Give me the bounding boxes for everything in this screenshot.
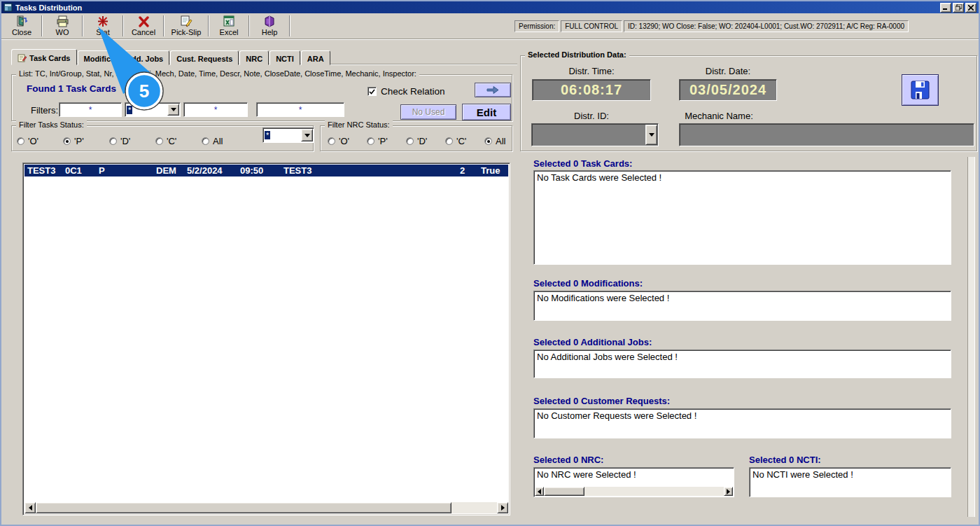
permission-value: FULL CONTROL (561, 20, 622, 32)
toolbar-separator (248, 15, 250, 36)
tab-ara[interactable]: ARA (301, 50, 330, 65)
wo-button[interactable]: WO (45, 15, 80, 37)
scroll-left-icon[interactable] (24, 502, 36, 513)
task-cards-listbox[interactable]: No Task Cards were Selected ! (533, 170, 951, 265)
save-button[interactable] (902, 74, 939, 106)
ncti-section-header: Selected 0 NCTI: (749, 455, 821, 465)
distr-date-value: 03/05/2024 (679, 79, 777, 101)
scrollbar-thumb[interactable] (544, 487, 584, 496)
mechanic-name-field[interactable] (679, 123, 974, 146)
distr-date-label: Distr. Date: (665, 66, 791, 76)
nrc-listbox[interactable]: No NRC were Selected ! (533, 467, 734, 497)
check-relation-checkbox[interactable] (368, 87, 377, 96)
ncti-listbox[interactable]: No NCTI were Selected ! (749, 467, 951, 497)
distr-time-value: 06:08:17 (532, 79, 651, 101)
distr-id-label: Distr. ID: (532, 111, 651, 121)
minimize-icon (943, 5, 948, 10)
help-button[interactable]: Help (252, 15, 287, 37)
right-arrow-icon (486, 86, 499, 94)
printer-icon (56, 15, 69, 27)
task-cards-section-header: Selected 0 Task Cards: (533, 158, 632, 169)
annotation-step-number: 5 (139, 81, 149, 102)
task-list-hscrollbar[interactable] (24, 502, 508, 513)
window-title: Tasks Distribution (15, 4, 939, 12)
app-window: Tasks Distribution Close WO Stat Canc (0, 0, 980, 526)
additional-jobs-section-header: Selected 0 Additional Jobs: (533, 337, 652, 347)
filter-input-3[interactable] (183, 102, 248, 117)
restore-icon (955, 4, 962, 11)
status-combo[interactable]: * (262, 127, 314, 143)
chevron-down-icon[interactable] (301, 129, 313, 141)
chevron-down-icon[interactable] (645, 125, 657, 145)
minimize-button[interactable] (940, 3, 951, 13)
no-used-button: No Used (400, 104, 456, 120)
tab-nrc[interactable]: NRC (239, 50, 269, 65)
exit-door-icon (15, 15, 28, 27)
task-list[interactable]: TEST3 0C1 P DEM 5/2/2024 09:50 TEST3 2 T… (22, 162, 510, 515)
tab-cust-requests[interactable]: Cust. Requests (170, 50, 239, 65)
modifications-listbox[interactable]: No Modifications were Selected ! (533, 291, 951, 321)
scroll-right-icon[interactable] (497, 502, 508, 513)
permission-label: Permission: (514, 20, 559, 32)
tasks-status-radio-d[interactable] (109, 137, 117, 145)
nrc-status-radio-p[interactable] (367, 137, 374, 145)
tasks-status-radio-c[interactable] (155, 137, 163, 145)
check-relation-label: Check Relation (381, 86, 445, 97)
restore-button[interactable] (953, 3, 964, 13)
nrc-status-radio-c[interactable] (445, 137, 453, 145)
distr-id-combo[interactable] (531, 123, 659, 146)
scrollbar-thumb[interactable] (36, 502, 451, 513)
distribution-legend: Selected Distribution Data: (525, 50, 629, 59)
additional-jobs-listbox[interactable]: No Additional Jobs were Selected ! (533, 349, 951, 378)
title-bar: Tasks Distribution (1, 1, 979, 13)
tab-task-cards[interactable]: Task Cards (11, 49, 77, 65)
excel-icon (223, 15, 235, 27)
tasks-status-radio-o[interactable] (17, 137, 24, 145)
right-edge-strip (967, 157, 975, 517)
help-book-icon (263, 15, 276, 27)
nrc-section-header: Selected 0 NRC: (533, 455, 603, 465)
task-row-selected[interactable]: TEST3 0C1 P DEM 5/2/2024 09:50 TEST3 2 T… (24, 165, 508, 177)
checkmark-icon (369, 89, 375, 95)
session-info: ID: 13290; WO Close: False; WO: 202404-L… (624, 20, 909, 32)
toolbar-separator (289, 15, 290, 36)
customer-requests-section-header: Selected 0 Customer Requests: (533, 396, 670, 406)
pick-slip-document-icon (180, 15, 192, 27)
customer-requests-listbox[interactable]: No Customer Requests were Selected ! (533, 408, 951, 438)
mechanic-name-label: Mechanic Name: (652, 111, 785, 121)
nrc-status-radio-all[interactable] (484, 137, 492, 145)
scroll-left-icon[interactable] (535, 487, 544, 496)
tasks-status-radio-all[interactable] (202, 137, 209, 145)
filters-label: Filters: (31, 105, 58, 116)
nrc-status-radio-o[interactable] (328, 137, 335, 145)
modifications-section-header: Selected 0 Modifications: (533, 278, 643, 289)
annotation-step-arrow: 5 (78, 21, 180, 113)
tab-ncti[interactable]: NCTI (270, 50, 300, 65)
distr-time-label: Distr. Time: (532, 66, 651, 76)
excel-button[interactable]: Excel (211, 15, 246, 37)
permission-bar: Permission: FULL CONTROL ID: 13290; WO C… (514, 20, 909, 32)
save-floppy-icon (911, 81, 930, 99)
filter-input-4[interactable] (256, 102, 344, 117)
edit-button[interactable]: Edit (462, 104, 511, 120)
scroll-right-icon[interactable] (724, 487, 733, 496)
close-icon (968, 5, 974, 11)
app-icon (4, 3, 13, 12)
close-button[interactable]: Close (4, 15, 39, 37)
nrc-hscrollbar[interactable] (535, 487, 733, 496)
nrc-status-radio-d[interactable] (406, 137, 414, 145)
list-group-legend: List: TC, Int/Group, Stat, Nr, Status, R… (16, 69, 419, 78)
close-window-button[interactable] (965, 3, 976, 13)
task-cards-tab-icon (18, 54, 27, 62)
move-selected-button[interactable] (475, 83, 511, 97)
filter-tasks-status-legend: Filter Tasks Status: (16, 120, 87, 129)
filter-nrc-status-legend: Filter NRC Status: (325, 120, 393, 129)
toolbar-separator (208, 15, 209, 36)
tasks-status-radio-p[interactable] (63, 137, 71, 145)
toolbar-separator (41, 15, 43, 36)
